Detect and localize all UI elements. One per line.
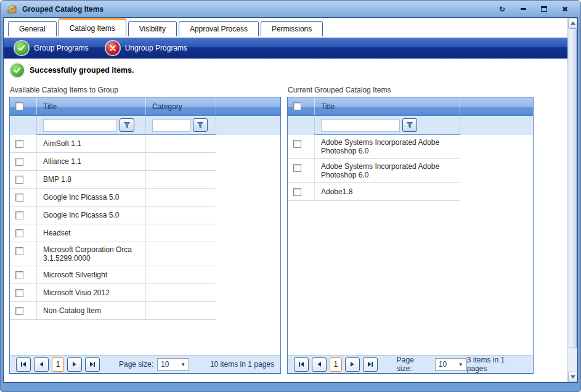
title-bar: Grouped Catalog Items ↻ ✖ bbox=[1, 1, 580, 17]
tab-strip: General Catalog Items Visibility Approva… bbox=[4, 18, 567, 36]
scroll-up-icon[interactable] bbox=[568, 18, 577, 28]
next-page-button[interactable] bbox=[67, 357, 82, 372]
grouped-items-grid: Title bbox=[287, 97, 534, 374]
table-row[interactable]: Alliance 1.1 bbox=[10, 153, 216, 171]
table-row[interactable]: Microsoft Visio 2012 bbox=[10, 284, 216, 302]
row-category bbox=[145, 206, 216, 224]
row-category bbox=[145, 135, 216, 152]
window-title: Grouped Catalog Items bbox=[22, 5, 498, 14]
select-all-checkbox[interactable] bbox=[15, 102, 23, 110]
table-row[interactable]: AimSoft 1.1 bbox=[10, 135, 216, 153]
page-size-select[interactable]: 10 ▼ bbox=[435, 358, 467, 371]
row-checkbox[interactable] bbox=[15, 194, 23, 202]
category-filter-button[interactable] bbox=[193, 118, 208, 132]
row-category bbox=[145, 284, 216, 301]
row-checkbox[interactable] bbox=[15, 229, 23, 237]
pager: 1 Page size: 10 ▼ bbox=[10, 355, 280, 373]
table-row[interactable]: Headset bbox=[10, 224, 216, 242]
table-row[interactable]: Google Inc Picassa 5.0 bbox=[10, 206, 216, 224]
grid-rows: Adobe Systems Incorporated Adobe Photosh… bbox=[288, 135, 533, 355]
grouped-items-panel: Current Grouped Catalog Items Title bbox=[287, 81, 534, 374]
table-row[interactable]: Non-Catalog Item bbox=[10, 302, 216, 320]
row-title: BMP 1.8 bbox=[36, 171, 145, 188]
title-filter-button[interactable] bbox=[120, 118, 134, 132]
tab-approval-process[interactable]: Approval Process bbox=[179, 21, 259, 36]
tab-permissions[interactable]: Permissions bbox=[261, 21, 323, 36]
table-row[interactable]: Adobe Systems Incorporated Adobe Photosh… bbox=[288, 135, 460, 159]
table-row[interactable]: Microsoft Corporation Orca 3.1.5299.0000 bbox=[10, 242, 216, 266]
filter-row bbox=[288, 116, 533, 135]
chevron-down-icon: ▼ bbox=[458, 362, 463, 367]
tab-catalog-items[interactable]: Catalog Items bbox=[59, 18, 126, 36]
package-icon bbox=[7, 4, 17, 14]
row-checkbox[interactable] bbox=[293, 140, 301, 148]
status-bar: Successfully grouped items. bbox=[4, 59, 567, 81]
row-checkbox[interactable] bbox=[15, 140, 23, 148]
current-page-button[interactable]: 1 bbox=[52, 357, 64, 372]
row-checkbox[interactable] bbox=[15, 211, 23, 219]
prev-page-button[interactable] bbox=[312, 357, 327, 372]
category-filter-input[interactable] bbox=[152, 119, 190, 132]
ungroup-programs-button[interactable]: Ungroup Programs bbox=[106, 41, 187, 55]
maximize-button[interactable] bbox=[540, 5, 548, 14]
row-checkbox[interactable] bbox=[15, 289, 23, 297]
prev-page-button[interactable] bbox=[34, 357, 49, 372]
close-button[interactable]: ✖ bbox=[561, 5, 569, 14]
column-header-category[interactable]: Category bbox=[145, 97, 216, 115]
table-row[interactable]: Adobe1.8 bbox=[288, 183, 460, 201]
table-row[interactable]: Microsoft Silverlight bbox=[10, 266, 216, 284]
check-circle-icon bbox=[15, 41, 28, 55]
title-filter-input[interactable] bbox=[321, 119, 400, 132]
minimize-button[interactable] bbox=[519, 5, 527, 14]
grid-header: Title Category bbox=[10, 97, 280, 116]
row-category bbox=[145, 266, 216, 284]
page-size-select[interactable]: 10 ▼ bbox=[157, 358, 189, 371]
row-checkbox[interactable] bbox=[15, 176, 23, 184]
page-size-label: Page size: bbox=[119, 360, 153, 369]
row-title: Google Inc Picassa 5.0 bbox=[36, 189, 145, 206]
table-row[interactable]: Google Inc Picassa 5.0 bbox=[10, 189, 216, 206]
row-category bbox=[145, 189, 216, 206]
filter-row bbox=[10, 116, 280, 135]
tab-visibility[interactable]: Visibility bbox=[128, 21, 177, 36]
table-row[interactable]: BMP 1.8 bbox=[10, 171, 216, 189]
last-page-button[interactable] bbox=[363, 357, 378, 372]
group-programs-button[interactable]: Group Programs bbox=[15, 41, 89, 55]
row-title: Adobe1.8 bbox=[314, 183, 460, 200]
row-checkbox[interactable] bbox=[15, 158, 23, 166]
current-page-button[interactable]: 1 bbox=[330, 357, 342, 372]
first-page-button[interactable] bbox=[16, 357, 31, 372]
scrollbar-track[interactable] bbox=[568, 28, 577, 372]
table-row[interactable]: Adobe Systems Incorporated Adobe Photosh… bbox=[288, 159, 460, 183]
row-category bbox=[145, 171, 216, 188]
title-filter-button[interactable] bbox=[402, 118, 417, 132]
row-checkbox[interactable] bbox=[15, 307, 23, 315]
vertical-scrollbar[interactable] bbox=[567, 18, 577, 382]
next-page-button[interactable] bbox=[345, 357, 360, 372]
row-checkbox[interactable] bbox=[293, 188, 301, 196]
row-title: Headset bbox=[36, 224, 145, 242]
row-category bbox=[145, 224, 216, 242]
group-programs-label: Group Programs bbox=[34, 44, 89, 52]
x-circle-icon bbox=[106, 41, 120, 55]
row-title: AimSoft 1.1 bbox=[36, 135, 145, 152]
row-checkbox[interactable] bbox=[15, 247, 23, 255]
row-category bbox=[145, 302, 216, 319]
select-all-checkbox[interactable] bbox=[293, 102, 301, 110]
last-page-button[interactable] bbox=[85, 357, 100, 372]
pager-summary: 10 items in 1 pages bbox=[210, 360, 274, 369]
scroll-down-icon[interactable] bbox=[568, 372, 577, 382]
row-title: Adobe Systems Incorporated Adobe Photosh… bbox=[314, 135, 460, 158]
tab-general[interactable]: General bbox=[8, 21, 57, 36]
status-message: Successfully grouped items. bbox=[30, 66, 134, 75]
available-items-grid: Title Category bbox=[9, 97, 281, 374]
row-title: Alliance 1.1 bbox=[36, 153, 145, 170]
refresh-icon[interactable]: ↻ bbox=[498, 5, 506, 14]
title-filter-input[interactable] bbox=[43, 119, 117, 132]
row-checkbox[interactable] bbox=[15, 271, 23, 279]
column-header-title[interactable]: Title bbox=[36, 97, 145, 115]
row-checkbox[interactable] bbox=[293, 164, 301, 172]
first-page-button[interactable] bbox=[294, 357, 309, 372]
scrollbar-thumb[interactable] bbox=[569, 28, 577, 348]
column-header-title[interactable]: Title bbox=[314, 97, 460, 115]
